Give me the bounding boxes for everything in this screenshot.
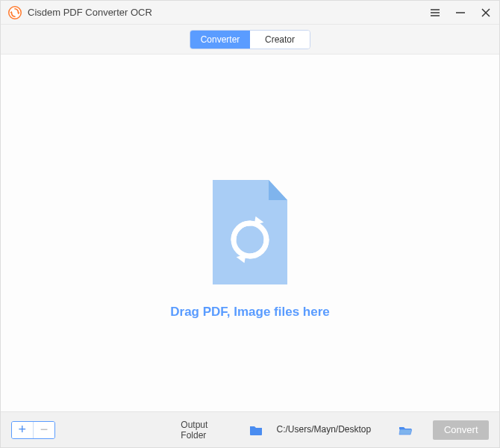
add-remove-group: + − [11, 421, 55, 439]
drop-instruction-text: Drag PDF, Image files here [170, 305, 330, 320]
drop-area[interactable]: Drag PDF, Image files here [1, 55, 499, 411]
footer-bar: + − Output Folder C:/Users/Mayn/Desktop … [1, 411, 499, 447]
mode-segmented-control: Converter Creator [190, 30, 310, 49]
output-folder-label: Output Folder [181, 420, 233, 441]
minimize-icon[interactable] [454, 7, 466, 19]
add-file-button[interactable]: + [12, 422, 34, 438]
app-title: Cisdem PDF Converter OCR [28, 7, 152, 18]
output-folder-path[interactable]: C:/Users/Mayn/Desktop [273, 423, 385, 437]
open-folder-icon[interactable] [399, 424, 412, 436]
menu-icon[interactable] [429, 7, 441, 19]
folder-icon [249, 424, 263, 436]
tab-converter[interactable]: Converter [190, 31, 250, 49]
titlebar: Cisdem PDF Converter OCR [1, 1, 499, 25]
tab-creator[interactable]: Creator [250, 31, 310, 49]
remove-file-button[interactable]: − [34, 422, 55, 438]
convert-button[interactable]: Convert [433, 420, 489, 440]
close-icon[interactable] [480, 7, 492, 19]
tab-bar: Converter Creator [1, 25, 499, 55]
document-refresh-icon [205, 176, 295, 291]
app-logo-icon [8, 6, 22, 19]
window-controls [429, 7, 492, 19]
